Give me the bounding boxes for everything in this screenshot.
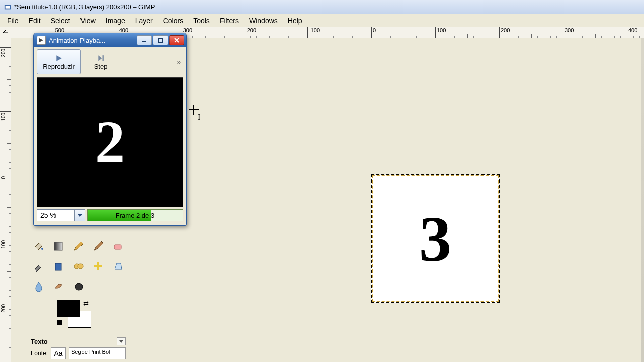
tool-clone[interactable] (69, 257, 87, 276)
maximize-button[interactable] (153, 35, 168, 45)
step-label: Step (94, 63, 108, 70)
svg-rect-7 (103, 55, 104, 61)
tool-pencil[interactable] (69, 237, 87, 255)
tool-blend[interactable] (49, 237, 67, 255)
vertical-scrollbar[interactable] (641, 38, 644, 362)
default-colors-icon[interactable] (57, 320, 62, 325)
svg-rect-1 (6, 6, 10, 8)
menu-file[interactable]: File (2, 16, 24, 26)
tool-bucket-fill[interactable] (30, 237, 47, 255)
svg-marker-8 (78, 214, 82, 217)
frame-status-label: Frame 2 de 3 (88, 210, 183, 221)
foreground-color-swatch[interactable] (57, 300, 80, 317)
animation-playback-dialog: Animation Playba... Reproduzir Step » 2 … (33, 33, 187, 226)
svg-rect-4 (158, 38, 163, 42)
toolbox-panel: ⇄ Texto Fonte: Aa Segoe Print Bol (27, 236, 130, 360)
tool-options-label: Texto (31, 338, 117, 345)
tool-smudge[interactable] (50, 278, 68, 296)
minimize-button[interactable] (137, 35, 152, 45)
svg-marker-5 (56, 55, 62, 61)
svg-rect-16 (97, 262, 99, 270)
tool-eraser[interactable] (109, 237, 127, 255)
font-row: Fonte: Aa Segoe Print Bol (27, 346, 130, 360)
tool-heal[interactable] (89, 257, 107, 276)
vertical-ruler[interactable]: -200-1000100200300 (0, 38, 11, 362)
menu-file-label: ile (12, 17, 19, 25)
dialog-statusbar: 25 % Frame 2 de 3 (37, 209, 183, 221)
svg-point-9 (41, 248, 43, 250)
canvas-text-digit: 3 (371, 175, 499, 303)
tool-paintbrush[interactable] (89, 237, 107, 255)
step-button[interactable]: Step (83, 49, 118, 74)
play-label: Reproduzir (43, 63, 75, 70)
frame-progress: Frame 2 de 3 (87, 209, 183, 221)
swap-colors-icon[interactable]: ⇄ (83, 300, 89, 307)
tool-perspective-clone[interactable] (109, 257, 127, 276)
tool-ink[interactable] (49, 257, 67, 276)
tool-blur[interactable] (30, 278, 48, 296)
dialog-icon (37, 36, 46, 45)
close-button[interactable] (169, 35, 184, 45)
panel-menu-icon[interactable] (117, 337, 126, 345)
tool-options-header: Texto (27, 334, 130, 346)
menubar: File Edit Select View Image Layer Colors… (0, 14, 644, 27)
image-layer[interactable]: 3 (371, 175, 499, 303)
font-label: Fonte: (31, 350, 48, 357)
font-preview-glyph: Aa (54, 349, 62, 357)
color-swatches: ⇄ (57, 300, 97, 330)
menu-help[interactable]: Help (283, 16, 307, 26)
menu-select[interactable]: Select (46, 16, 75, 26)
menu-colors[interactable]: Colors (158, 16, 188, 26)
svg-marker-2 (39, 38, 43, 42)
menu-view[interactable]: View (75, 16, 101, 26)
svg-rect-10 (54, 242, 62, 250)
tool-airbrush[interactable] (30, 257, 47, 276)
dialog-titlebar[interactable]: Animation Playba... (34, 33, 186, 47)
svg-marker-18 (119, 340, 123, 343)
menu-image[interactable]: Image (101, 16, 130, 26)
menu-filters[interactable]: Filters (215, 16, 244, 26)
svg-point-14 (78, 264, 83, 269)
svg-point-17 (75, 283, 83, 290)
chevron-down-icon[interactable] (74, 210, 85, 221)
menu-tools[interactable]: Tools (188, 16, 215, 26)
menu-edit[interactable]: Edit (24, 16, 46, 26)
zoom-combo[interactable]: 25 % (37, 209, 85, 221)
dialog-toolbar: Reproduzir Step » (37, 49, 183, 74)
zoom-value: 25 % (37, 211, 74, 219)
play-icon (55, 54, 62, 63)
dialog-title: Animation Playba... (49, 37, 136, 44)
ruler-origin[interactable] (0, 27, 11, 38)
app-icon (4, 4, 11, 11)
toolbar-overflow-button[interactable]: » (177, 58, 181, 66)
menu-windows[interactable]: Windows (244, 16, 283, 26)
window-title: *Sem título-1.0 (RGB, 3 layers) 200x200 … (14, 3, 155, 11)
svg-rect-11 (114, 245, 121, 249)
preview-frame-digit: 2 (95, 108, 125, 177)
font-picker-button[interactable]: Aa (51, 347, 66, 359)
window-titlebar: *Sem título-1.0 (RGB, 3 layers) 200x200 … (0, 0, 644, 14)
font-name-field[interactable]: Segoe Print Bol (69, 347, 126, 359)
animation-preview: 2 (37, 77, 183, 207)
menu-layer[interactable]: Layer (130, 16, 158, 26)
tool-dodge-burn[interactable] (70, 278, 88, 296)
play-button[interactable]: Reproduzir (37, 49, 81, 74)
svg-marker-6 (98, 55, 102, 61)
svg-rect-3 (142, 41, 146, 42)
svg-rect-12 (55, 263, 61, 270)
step-icon (97, 54, 104, 63)
